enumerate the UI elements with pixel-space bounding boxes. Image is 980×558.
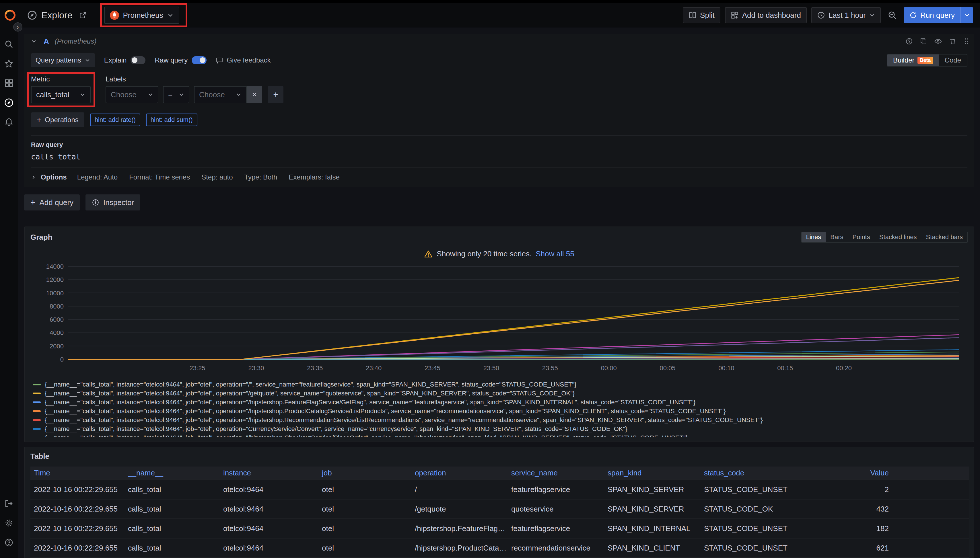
remove-label-filter-button[interactable]: × bbox=[247, 86, 262, 103]
table-cell: STATUS_CODE_OK bbox=[704, 499, 801, 519]
graph-mode-lines[interactable]: Lines bbox=[802, 232, 826, 242]
settings-gear-icon[interactable] bbox=[0, 513, 18, 533]
comment-icon bbox=[216, 56, 223, 64]
table-cell: quoteservice bbox=[511, 499, 608, 519]
grafana-logo[interactable] bbox=[5, 10, 15, 21]
column-header-job[interactable]: job bbox=[322, 466, 415, 480]
apps-plus-icon bbox=[731, 11, 739, 19]
grafana-logo-icon bbox=[3, 8, 18, 23]
builder-mode-button[interactable]: Builder Beta bbox=[887, 54, 939, 66]
table-cell: 2 bbox=[801, 480, 969, 499]
collapse-chevron-icon[interactable] bbox=[29, 38, 39, 44]
sidebar-expand-button[interactable]: › bbox=[13, 22, 22, 31]
legend-item[interactable]: {__name__="calls_total", instance="otelc… bbox=[33, 380, 974, 389]
legend-series-label: {__name__="calls_total", instance="otelc… bbox=[45, 407, 726, 415]
builder-code-switch: Builder Beta Code bbox=[887, 54, 967, 67]
query-ref-id[interactable]: A bbox=[44, 37, 49, 46]
time-series-chart[interactable]: 0200040006000800010000120001400023:2523:… bbox=[25, 261, 974, 379]
search-icon[interactable] bbox=[0, 34, 18, 54]
label-key-select[interactable]: Choose bbox=[105, 86, 158, 103]
column-header-Time[interactable]: Time bbox=[30, 466, 128, 480]
legend-series-color bbox=[33, 401, 41, 403]
show-all-series-link[interactable]: Show all 55 bbox=[536, 249, 574, 258]
builder-label: Builder bbox=[893, 56, 914, 64]
label-operator-select[interactable]: = bbox=[163, 86, 189, 103]
run-query-button[interactable]: Run query bbox=[904, 7, 960, 23]
chevron-right-icon bbox=[31, 175, 36, 180]
remove-query-trash-icon[interactable] bbox=[949, 38, 957, 45]
svg-text:8000: 8000 bbox=[49, 303, 64, 310]
graph-mode-switcher: LinesBarsPointsStacked linesStacked bars bbox=[801, 232, 968, 243]
inspector-button[interactable]: Inspector bbox=[86, 194, 140, 210]
column-header-span-kind[interactable]: span_kind bbox=[608, 466, 704, 480]
alerting-bell-icon[interactable] bbox=[0, 112, 18, 132]
query-patterns-dropdown[interactable]: Query patterns bbox=[31, 53, 95, 67]
sign-in-icon[interactable] bbox=[0, 494, 18, 513]
label-value-select[interactable]: Choose bbox=[194, 86, 247, 103]
add-operation-button[interactable]: + Operations bbox=[31, 112, 84, 127]
column-header-service-name[interactable]: service_name bbox=[511, 466, 608, 480]
column-header-status-code[interactable]: status_code bbox=[704, 466, 801, 480]
datasource-name: Prometheus bbox=[123, 11, 163, 20]
table-cell: otelcol:9464 bbox=[223, 499, 322, 519]
add-label-filter-button[interactable]: + bbox=[268, 86, 283, 103]
run-query-label: Run query bbox=[920, 11, 955, 20]
help-icon[interactable] bbox=[0, 533, 18, 552]
give-feedback-button[interactable]: Give feedback bbox=[216, 56, 271, 64]
legend-series-label: {__name__="calls_total", instance="otelc… bbox=[45, 390, 575, 397]
plus-icon: + bbox=[37, 115, 41, 125]
code-mode-button[interactable]: Code bbox=[939, 54, 967, 66]
info-circle-icon bbox=[92, 199, 99, 206]
table-cell: /hipstershop.ProductCatalogS... bbox=[415, 538, 511, 558]
query-datasource-hint: (Prometheus) bbox=[55, 37, 96, 45]
options-summary: Legend: AutoFormat: Time seriesStep: aut… bbox=[77, 173, 340, 181]
legend-item[interactable]: {__name__="calls_total", instance="otelc… bbox=[33, 424, 974, 433]
duplicate-query-icon[interactable] bbox=[920, 38, 927, 45]
split-button[interactable]: Split bbox=[683, 7, 720, 23]
share-shortened-link-button[interactable] bbox=[77, 11, 89, 19]
svg-text:23:50: 23:50 bbox=[483, 364, 499, 372]
legend-item[interactable]: {__name__="calls_total", instance="otelc… bbox=[33, 407, 974, 415]
svg-text:4000: 4000 bbox=[49, 329, 64, 336]
legend-item[interactable]: {__name__="calls_total", instance="otelc… bbox=[33, 398, 974, 407]
give-feedback-label: Give feedback bbox=[227, 56, 271, 64]
column-header-instance[interactable]: instance bbox=[223, 466, 322, 480]
query-options-row[interactable]: Options Legend: AutoFormat: Time seriesS… bbox=[24, 168, 974, 186]
svg-text:23:45: 23:45 bbox=[424, 364, 441, 372]
top-strip bbox=[0, 0, 980, 3]
operations-row: + Operations hint: add rate() hint: add … bbox=[24, 105, 974, 130]
raw-query-text: calls_total bbox=[31, 153, 967, 161]
graph-mode-points[interactable]: Points bbox=[848, 232, 875, 242]
star-icon[interactable] bbox=[0, 54, 18, 74]
add-to-dashboard-button[interactable]: Add to dashboard bbox=[725, 7, 807, 23]
add-query-button[interactable]: + Add query bbox=[24, 194, 80, 210]
zoom-out-button[interactable] bbox=[885, 11, 899, 20]
graph-mode-stacked-lines[interactable]: Stacked lines bbox=[875, 232, 921, 242]
legend-item[interactable]: {__name__="calls_total", instance="otelc… bbox=[33, 389, 974, 398]
table-cell: SPAN_KIND_CLIENT bbox=[608, 538, 704, 558]
legend-item[interactable]: {__name__="calls_total", instance="otelc… bbox=[33, 433, 974, 437]
drag-handle-icon[interactable] bbox=[964, 38, 970, 45]
explain-toggle[interactable] bbox=[130, 56, 145, 64]
app-header: Explore Prometheus Split Add bbox=[0, 3, 980, 28]
datasource-picker[interactable]: Prometheus bbox=[104, 7, 179, 24]
hint-add-rate-button[interactable]: hint: add rate() bbox=[90, 113, 140, 126]
graph-mode-bars[interactable]: Bars bbox=[825, 232, 848, 242]
graph-mode-stacked-bars[interactable]: Stacked bars bbox=[921, 232, 967, 242]
run-query-dropdown-button[interactable] bbox=[960, 7, 973, 23]
query-help-icon[interactable] bbox=[905, 38, 913, 45]
metric-select[interactable]: calls_total bbox=[31, 86, 90, 103]
hide-query-eye-icon[interactable] bbox=[934, 37, 942, 45]
column-header---name--[interactable]: __name__ bbox=[128, 466, 223, 480]
hint-add-sum-button[interactable]: hint: add sum() bbox=[146, 113, 197, 126]
explore-icon[interactable] bbox=[0, 93, 18, 112]
dashboards-icon[interactable] bbox=[0, 74, 18, 93]
table-cell: calls_total bbox=[128, 480, 223, 499]
svg-text:23:55: 23:55 bbox=[542, 364, 558, 372]
column-header-operation[interactable]: operation bbox=[415, 466, 511, 480]
warning-text: Showing only 20 time series. bbox=[437, 249, 531, 258]
time-range-picker[interactable]: Last 1 hour bbox=[811, 7, 881, 23]
column-header-Value[interactable]: Value bbox=[801, 466, 969, 480]
raw-query-toggle[interactable] bbox=[192, 56, 207, 64]
legend-item[interactable]: {__name__="calls_total", instance="otelc… bbox=[33, 415, 974, 424]
